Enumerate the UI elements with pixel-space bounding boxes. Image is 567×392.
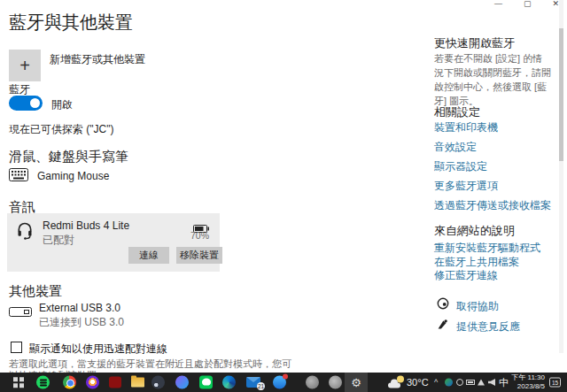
tray-network-icon[interactable] <box>478 380 485 386</box>
line-app-icon[interactable] <box>199 376 213 389</box>
red-app-icon[interactable] <box>109 377 121 388</box>
bluetooth-toggle-state: 開啟 <box>51 97 73 112</box>
settings-window: — ▢ ✕ 藍牙與其他裝置 + 新增藍牙或其他裝置 藍牙 開啟 現在已可供探索 … <box>0 0 567 373</box>
related-settings-header: 相關設定 <box>434 104 480 120</box>
notification-count: 15 <box>552 380 558 386</box>
scrollbar-thumb[interactable] <box>559 28 563 161</box>
mail-icon[interactable]: 21 <box>246 377 260 388</box>
other-devices-header: 其他裝置 <box>9 283 62 300</box>
tray-battery-icon[interactable] <box>466 380 475 385</box>
minimize-button[interactable]: — <box>492 0 505 10</box>
usb-device-status: 已連接到 USB 3.0 <box>39 315 124 330</box>
add-device-button[interactable]: + <box>9 50 41 81</box>
app-icon-a[interactable] <box>306 376 319 389</box>
maximize-button[interactable]: ▢ <box>521 0 534 10</box>
audio-device-name: Redmi Buds 4 Lite <box>43 219 129 232</box>
link-reinstall-driver[interactable]: 重新安裝藍牙驅動程式 <box>434 241 540 256</box>
quick-toggle-body: 若要在不開啟 [設定] 的情況下開啟或關閉藍牙，請開啟控制中心，然後選取 [藍牙… <box>434 52 551 109</box>
bluetooth-toggle[interactable] <box>9 96 43 111</box>
clock-date: 2023/8/5 <box>511 382 545 391</box>
feedback-link[interactable]: 提供意見反應 <box>456 319 520 334</box>
web-help-header: 來自網站的說明 <box>434 223 515 239</box>
link-devices-printers[interactable]: 裝置和印表機 <box>434 120 498 135</box>
usb-drive-icon <box>9 305 32 321</box>
spotify-icon[interactable] <box>36 376 50 389</box>
window-controls: — ▢ ✕ <box>492 0 562 10</box>
link-more-bluetooth-options[interactable]: 更多藍牙選項 <box>434 179 498 194</box>
toggle-knob <box>30 98 40 108</box>
battery-percentage: 70% <box>190 230 209 241</box>
swift-pair-label[interactable]: 顯示通知以使用迅速配對連線 <box>29 342 167 357</box>
tray-color-icon[interactable] <box>445 379 453 387</box>
weather-icon[interactable] <box>388 377 404 388</box>
weather-temperature[interactable]: 30°C <box>407 377 429 388</box>
audio-device-status: 已配對 <box>43 233 74 248</box>
remove-device-button[interactable]: 移除裝置 <box>176 247 222 264</box>
file-explorer-icon[interactable] <box>131 378 144 388</box>
taskbar-clock[interactable]: 下午 11:30 2023/8/5 <box>511 373 545 392</box>
chat-app-icon[interactable] <box>273 376 286 389</box>
purple-app-icon[interactable] <box>86 376 99 389</box>
add-device-label[interactable]: 新增藍牙或其他裝置 <box>50 52 145 67</box>
keyboard-icon <box>9 168 28 185</box>
mouse-device-name[interactable]: Gaming Mouse <box>37 170 109 182</box>
settings-gear-icon: ⚙ <box>351 377 361 388</box>
photos-icon[interactable] <box>175 376 189 389</box>
headset-icon <box>16 220 34 243</box>
swift-pair-checkbox[interactable] <box>11 342 22 353</box>
tray-volume-icon[interactable] <box>488 379 495 386</box>
get-help-icon <box>437 297 449 313</box>
mail-badge: 21 <box>257 382 265 390</box>
link-send-receive-files[interactable]: 透過藍牙傳送或接收檔案 <box>434 198 551 213</box>
notification-center-icon[interactable]: 15 <box>549 378 561 388</box>
chrome-icon[interactable] <box>63 376 76 389</box>
clock-time: 下午 11:30 <box>511 373 545 382</box>
link-sound-settings[interactable]: 音效設定 <box>434 140 477 155</box>
mouse-section-header: 滑鼠、鍵盤與手寫筆 <box>9 149 128 165</box>
app-icon-b[interactable] <box>329 376 342 389</box>
page-title: 藍牙與其他裝置 <box>9 11 133 35</box>
steam-icon[interactable] <box>151 376 165 389</box>
moon-icon <box>397 376 404 383</box>
usb-device-name[interactable]: External USB 3.0 <box>39 302 120 314</box>
edge-icon[interactable] <box>222 376 236 389</box>
start-button-icon[interactable] <box>13 377 24 388</box>
tray-circle-icon[interactable] <box>456 379 463 386</box>
cloud-icon <box>388 383 400 388</box>
link-fix-connections[interactable]: 修正藍牙連線 <box>434 268 498 283</box>
feedback-icon <box>437 318 448 334</box>
settings-taskbar-active[interactable]: ⚙ <box>345 373 368 392</box>
get-help-link[interactable]: 取得協助 <box>456 299 499 314</box>
link-display-settings[interactable]: 顯示器設定 <box>434 159 487 174</box>
quick-toggle-header: 更快速開啟藍牙 <box>434 35 515 51</box>
taskbar: 21 ⚙ 30°C ^ 中 下午 11:30 2023/8/5 15 <box>0 373 567 392</box>
audio-device-panel[interactable]: Redmi Buds 4 Lite 已配對 70% 連線 移除裝置 <box>7 213 220 272</box>
discoverable-text: 現在已可供探索 ("JC") <box>9 122 114 137</box>
tray-chevron-icon[interactable]: ^ <box>434 378 438 387</box>
tray-ime-indicator[interactable]: 中 <box>499 376 509 389</box>
connect-button[interactable]: 連線 <box>128 247 169 264</box>
